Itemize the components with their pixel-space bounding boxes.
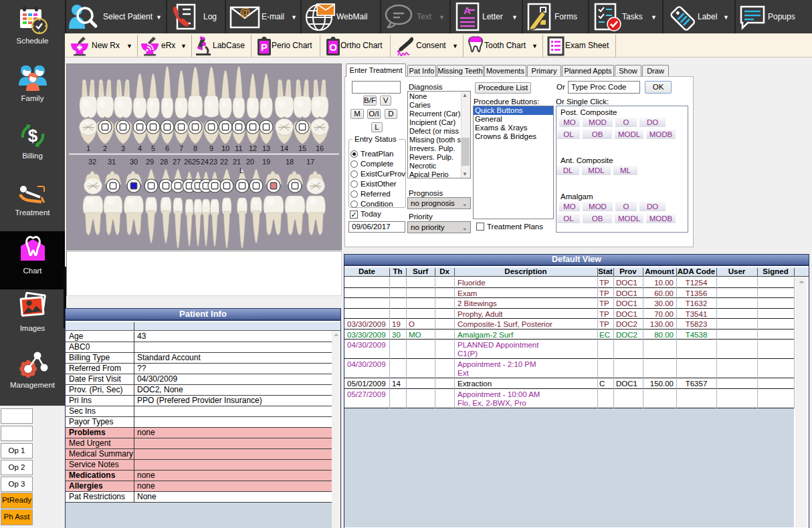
svg-text:22: 22	[220, 158, 228, 166]
svg-text:8: 8	[193, 144, 197, 152]
svg-text:28: 28	[160, 158, 168, 166]
svg-text:25: 25	[192, 158, 200, 166]
svg-text:16: 16	[316, 144, 324, 152]
svg-text:19: 19	[262, 158, 270, 166]
svg-text:32: 32	[88, 158, 96, 166]
svg-text:18: 18	[286, 158, 294, 166]
svg-text:6: 6	[165, 144, 169, 152]
svg-text:15: 15	[298, 144, 306, 152]
svg-text:27: 27	[173, 158, 181, 166]
svg-text:12: 12	[249, 144, 257, 152]
svg-text:3: 3	[121, 144, 125, 152]
svg-text:@: @	[239, 7, 250, 18]
svg-text:13: 13	[262, 144, 270, 152]
svg-text:26: 26	[184, 158, 192, 166]
svg-text:30: 30	[130, 158, 138, 166]
svg-text:4: 4	[138, 144, 142, 152]
svg-text:14: 14	[280, 144, 288, 152]
svg-text:23: 23	[209, 158, 217, 166]
svg-text:7: 7	[179, 144, 183, 152]
svg-text:2: 2	[103, 144, 107, 152]
svg-text:21: 21	[233, 158, 241, 166]
svg-text:31: 31	[108, 158, 116, 166]
svg-text:$: $	[28, 126, 38, 146]
svg-text:20: 20	[246, 158, 254, 166]
svg-text:O: O	[329, 41, 337, 53]
svg-text:11: 11	[235, 144, 242, 152]
svg-text:1: 1	[86, 144, 90, 152]
svg-text:10: 10	[221, 144, 229, 152]
svg-text:5: 5	[151, 144, 155, 152]
svg-text:L: L	[239, 166, 243, 174]
svg-text:P: P	[261, 41, 268, 53]
svg-text:9: 9	[209, 144, 213, 152]
svg-text:24: 24	[201, 158, 209, 166]
svg-text:17: 17	[306, 158, 314, 166]
svg-text:29: 29	[146, 158, 154, 166]
